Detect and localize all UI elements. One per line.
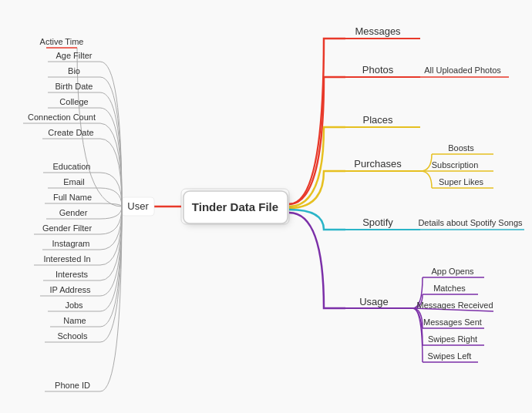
left-item-full-name: Full Name [53,193,92,202]
right-usage-messages-received: Messages Received [416,301,493,310]
left-item-gender: Gender [59,208,88,217]
left-item-schools: Schools [57,331,88,341]
right-spotify: Spotify [362,217,393,228]
left-item-interested-in: Interested In [43,254,90,264]
left-item-interests: Interests [56,270,89,279]
right-spotify-child: Details about Spotify Songs [418,218,523,227]
right-usage: Usage [359,296,389,307]
right-usage-app-opens: App Opens [431,267,474,276]
left-item-email: Email [63,177,85,186]
center-title: Tinder Data File [192,200,278,213]
right-purchases: Purchases [354,158,402,170]
left-item-phone-id: Phone ID [55,381,90,390]
right-usage-matches: Matches [433,284,466,293]
right-usage-messages-sent: Messages Sent [423,317,482,327]
left-item-jobs: Jobs [65,301,83,310]
right-purchases-super-likes: Super Likes [439,177,484,186]
left-item-instagram: Instagram [52,239,90,248]
left-item-gender-filter: Gender Filter [42,223,93,233]
right-usage-swipes-right: Swipes Right [428,334,477,344]
left-item-college: College [59,97,88,106]
left-item-create-date: Create Date [48,128,93,137]
left-item-active-time: Active Time [40,37,84,46]
left-item-connection-count: Connection Count [28,112,96,122]
left-item-name: Name [63,316,86,325]
left-item-education: Education [53,162,91,171]
left-item-ip-address: IP Address [50,285,91,294]
user-label: User [127,200,149,212]
right-places: Places [362,114,393,126]
left-item-birth-date: Birth Date [56,82,93,91]
right-purchases-boosts: Boosts [448,143,474,153]
left-item-age-filter: Age Filter [56,51,92,60]
right-messages: Messages [355,25,401,37]
mindmap: User Active Time Age Filter Bio Birth Da… [0,0,532,413]
right-photos: Photos [362,64,394,76]
right-usage-swipes-left: Swipes Left [428,351,472,361]
right-photos-child: All Uploaded Photos [424,65,501,75]
right-purchases-subscription: Subscription [432,160,479,170]
left-item-bio: Bio [68,66,80,76]
